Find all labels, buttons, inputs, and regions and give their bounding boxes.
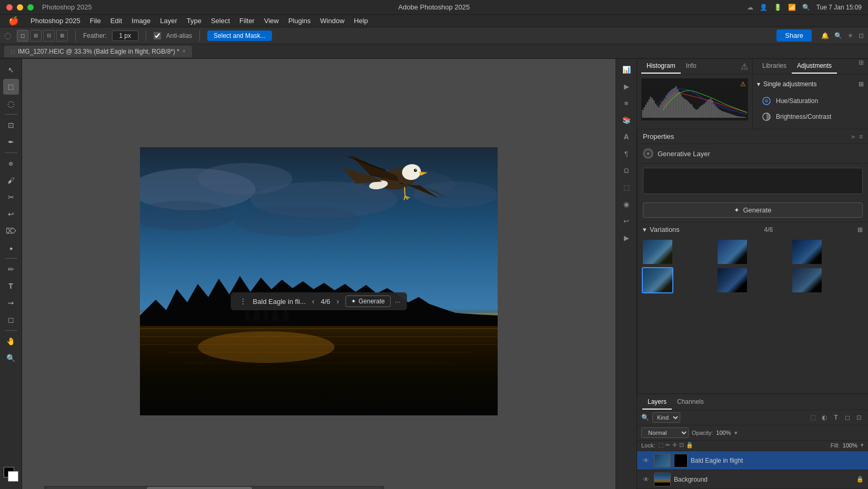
variation-thumb-6[interactable] xyxy=(791,267,823,293)
info-tab[interactable]: Info xyxy=(681,59,702,74)
type-tool[interactable]: T xyxy=(3,278,19,294)
type-filter-icon[interactable]: T xyxy=(831,413,841,422)
close-button[interactable] xyxy=(6,4,13,11)
actions-panel-btn[interactable]: ▶ xyxy=(619,230,634,245)
adj-brightness-contrast[interactable]: Brightness/Contrast xyxy=(757,109,864,125)
menu-help[interactable]: Help xyxy=(350,16,372,26)
fullscreen-button[interactable] xyxy=(27,4,34,11)
libraries-tab[interactable]: Libraries xyxy=(757,59,792,74)
menu-photoshop[interactable]: Photoshop 2025 xyxy=(26,16,85,26)
adj-hue-saturation[interactable]: Hue/Saturation xyxy=(757,93,864,109)
menu-layer[interactable]: Layer xyxy=(156,16,181,26)
select-mask-button[interactable]: Select and Mask... xyxy=(207,30,272,41)
shape-tool[interactable]: ◻ xyxy=(3,312,19,328)
play-btn[interactable]: ▶ xyxy=(619,79,634,94)
context-collapse-btn[interactable]: ⋮ xyxy=(237,296,249,307)
pixel-filter-icon[interactable]: ⬚ xyxy=(808,413,817,422)
properties-menu-icon[interactable]: ≡ xyxy=(859,133,863,140)
layer-kind-select[interactable]: Kind xyxy=(652,412,680,423)
canvas-image[interactable]: ⋮ Bald Eagle in fli... ‹ 4/6 › ✦ Generat… xyxy=(140,147,498,415)
anti-alias-checkbox[interactable] xyxy=(154,32,161,39)
context-prev-btn[interactable]: ‹ xyxy=(310,296,317,307)
opacity-arrow-icon[interactable]: ▾ xyxy=(734,430,738,436)
shape-filter-icon[interactable]: ◻ xyxy=(843,413,852,422)
channels-panel-btn[interactable]: ◉ xyxy=(619,197,634,211)
layer-row-eagle[interactable]: 👁 Bald Eagle in flight xyxy=(637,451,868,470)
quick-mask-button[interactable]: ⬛ xyxy=(3,485,19,489)
scrollbar-thumb[interactable] xyxy=(147,487,252,489)
variation-thumb-3[interactable] xyxy=(791,239,823,265)
fill-value[interactable]: 100% xyxy=(843,442,857,449)
menu-view[interactable]: View xyxy=(260,16,283,26)
libraries-panel-btn[interactable]: 📚 xyxy=(619,113,634,127)
menu-edit[interactable]: Edit xyxy=(106,16,126,26)
layout-icon[interactable]: ⊡ xyxy=(859,32,864,39)
adjustment-filter-icon[interactable]: ◐ xyxy=(820,413,829,422)
gradient-tool[interactable]: ⬥ xyxy=(3,240,19,256)
opacity-value[interactable]: 100% xyxy=(716,430,731,436)
menu-file[interactable]: File xyxy=(86,16,105,26)
blend-mode-select[interactable]: Normal xyxy=(641,427,689,438)
minimize-button[interactable] xyxy=(17,4,23,11)
fill-arrow-icon[interactable]: ▾ xyxy=(861,442,864,449)
selection-add-btn[interactable]: ⊞ xyxy=(30,30,42,42)
lock-paint-icon[interactable]: ✏ xyxy=(665,442,670,449)
clone-stamp-tool[interactable]: ✂ xyxy=(3,189,19,205)
variations-grid-btn[interactable]: ⊞ xyxy=(857,226,863,233)
document-tab[interactable]: ◻ IMG_1207.HEIC @ 33.3% (Bald Eagle in f… xyxy=(4,46,192,57)
lasso-tool[interactable]: ◌ xyxy=(3,96,19,111)
variations-header[interactable]: ▾ Variations 4/6 ⊞ xyxy=(638,222,868,237)
histogram-panel-btn[interactable]: 📊 xyxy=(619,62,634,77)
background-color[interactable] xyxy=(8,471,18,482)
hand-tool[interactable]: 🤚 xyxy=(3,333,19,349)
menu-select[interactable]: Select xyxy=(207,16,234,26)
selection-new-btn[interactable]: ◻ xyxy=(17,30,28,42)
menu-type[interactable]: Type xyxy=(183,16,206,26)
variation-thumb-1[interactable] xyxy=(642,239,673,265)
search-icon[interactable]: 🔍 xyxy=(802,4,810,11)
histogram-tab[interactable]: Histogram xyxy=(641,59,681,74)
eraser-tool[interactable]: ⌦ xyxy=(3,223,19,239)
history-brush-tool[interactable]: ↩ xyxy=(3,206,19,222)
lock-artboard-icon[interactable]: ⊡ xyxy=(679,442,684,449)
layers-tab[interactable]: Layers xyxy=(642,395,672,410)
brush-tool[interactable]: 🖌 xyxy=(3,172,19,188)
feather-input[interactable] xyxy=(112,30,138,41)
horizontal-scrollbar[interactable] xyxy=(44,486,384,489)
context-more-btn[interactable]: ··· xyxy=(395,298,401,305)
smartobj-filter-icon[interactable]: ⊡ xyxy=(854,413,864,422)
adj-section-collapse-btn[interactable]: ▾ Single adjustments xyxy=(757,80,816,88)
rectangular-marquee-tool[interactable]: ⬚ xyxy=(3,79,19,95)
adj-grid-btn[interactable]: ⊞ xyxy=(859,80,864,88)
adjustments-panel-btn[interactable]: ≡ xyxy=(619,96,634,110)
selection-subtract-btn[interactable]: ⊟ xyxy=(43,30,55,42)
adj-add-btn[interactable]: ⊞ xyxy=(859,59,864,74)
gen-prompt-textarea[interactable] xyxy=(643,168,863,194)
lock-position-icon[interactable]: ✛ xyxy=(672,442,677,449)
character-panel-btn[interactable]: A xyxy=(619,129,634,144)
apple-menu[interactable]: 🍎 xyxy=(4,15,23,27)
layer-visibility-eye-eagle[interactable]: 👁 xyxy=(641,456,651,465)
selection-intersect-btn[interactable]: ⊠ xyxy=(56,30,68,42)
adjustments-tab[interactable]: Adjustments xyxy=(792,59,837,74)
move-tool[interactable]: ↖ xyxy=(3,62,19,78)
variation-thumb-4[interactable] xyxy=(642,267,673,293)
lock-transparency-icon[interactable]: ⬚ xyxy=(658,442,663,449)
crop-tool[interactable]: ⊡ xyxy=(3,117,19,133)
paragraph-panel-btn[interactable]: ¶ xyxy=(619,146,634,161)
histogram-warning-icon[interactable]: ⚠ xyxy=(740,80,746,88)
eyedropper-tool[interactable]: ✒ xyxy=(3,134,19,150)
brightness-icon[interactable]: ☀ xyxy=(847,32,853,39)
glyphs-panel-btn[interactable]: Ω xyxy=(619,163,634,178)
layer-visibility-eye-bg[interactable]: 👁 xyxy=(641,475,651,484)
variation-thumb-5[interactable] xyxy=(716,267,748,293)
menu-plugins[interactable]: Plugins xyxy=(284,16,315,26)
share-button[interactable]: Share xyxy=(776,29,812,42)
menu-window[interactable]: Window xyxy=(316,16,349,26)
context-generate-btn[interactable]: ✦ Generate xyxy=(345,296,390,307)
search-toolbar-icon[interactable]: 🔍 xyxy=(834,32,842,39)
pen-tool[interactable]: ✏ xyxy=(3,261,19,277)
context-next-btn[interactable]: › xyxy=(335,296,341,307)
layer-mask-eagle[interactable] xyxy=(674,454,688,467)
healing-brush-tool[interactable]: ⊕ xyxy=(3,156,19,171)
